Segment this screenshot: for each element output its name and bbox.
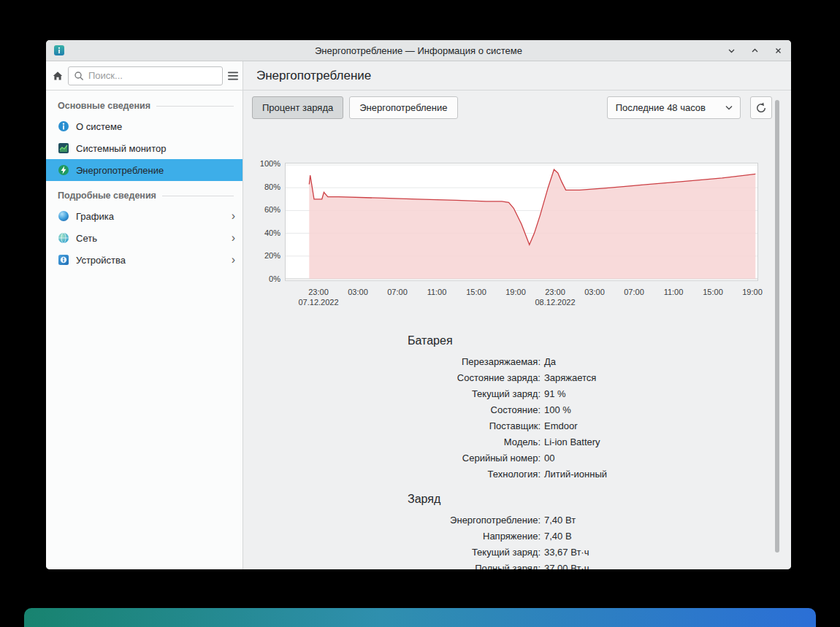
- section-title-basic: Основные сведения: [58, 101, 234, 111]
- content-pane: Энергопотребление Процент заряда Энергоп…: [243, 61, 791, 569]
- section-title-detailed: Подробные сведения: [58, 191, 234, 201]
- search-field[interactable]: [68, 66, 223, 85]
- y-tick-label: 80%: [264, 182, 280, 191]
- timespan-value: Последние 48 часов: [616, 102, 706, 113]
- x-tick-label: 15:00: [466, 287, 486, 297]
- sidebar-item-label: О системе: [76, 121, 122, 132]
- detail-row: Модель:Li-ion Battery: [408, 437, 791, 447]
- y-tick-label: 100%: [260, 159, 280, 168]
- detail-row: Серийный номер:00: [408, 453, 791, 463]
- close-icon[interactable]: [772, 45, 784, 56]
- content-body: Процент заряда Энергопотребление Последн…: [243, 91, 791, 569]
- x-tick-label: 23:0008.12.2022: [535, 287, 575, 308]
- sidebar-item-label: Энергопотребление: [76, 165, 164, 176]
- detail-row: Текущий заряд:33,67 Вт·ч: [408, 547, 791, 558]
- timespan-select[interactable]: Последние 48 часов: [607, 96, 741, 119]
- x-tick-label: 07:00: [387, 287, 408, 297]
- home-icon: [52, 70, 64, 82]
- y-tick-label: 20%: [264, 251, 280, 260]
- detail-row: Напряжение:7,40 В: [408, 531, 791, 542]
- detail-row: Состояние:100 %: [408, 405, 791, 415]
- y-tick-label: 0%: [269, 274, 280, 283]
- desktop-wallpaper-strip: [24, 608, 816, 627]
- system-monitor-icon: [58, 142, 69, 154]
- detail-row: Текущий заряд:91 %: [408, 389, 791, 399]
- sidebar-item-devices[interactable]: Устройства ›: [46, 249, 243, 271]
- energy-consumption-button[interactable]: Энергопотребление: [349, 96, 457, 119]
- detail-row: Состояние заряда:Заряжается: [408, 373, 791, 383]
- chevron-right-icon: ›: [232, 210, 235, 222]
- sidebar-item-label: Сеть: [76, 233, 97, 244]
- menu-button[interactable]: [227, 66, 239, 85]
- network-icon: [58, 232, 69, 244]
- detail-row: Полный заряд:37,00 Вт·ч: [408, 563, 791, 569]
- sidebar-item-label: Устройства: [76, 255, 126, 266]
- x-tick-label: 07:00: [624, 287, 644, 297]
- titlebar[interactable]: Энергопотребление — Информация о системе: [46, 40, 791, 61]
- vertical-scrollbar[interactable]: [775, 100, 779, 553]
- battery-section-title: Батарея: [408, 334, 791, 347]
- sidebar-item-label: Графика: [76, 211, 114, 222]
- charge-section-title: Заряд: [408, 493, 791, 506]
- refresh-button[interactable]: [750, 96, 772, 119]
- sidebar-item-system-monitor[interactable]: Системный монитор: [46, 137, 243, 159]
- window-title: Энергопотребление — Информация о системе: [46, 45, 791, 56]
- charge-percent-button[interactable]: Процент заряда: [252, 96, 343, 119]
- sidebar-item-energy[interactable]: Энергопотребление: [46, 159, 243, 181]
- sidebar-item-about-system[interactable]: О системе: [46, 115, 243, 137]
- sidebar-list: Основные сведения О системе Системный мо…: [46, 91, 243, 271]
- x-tick-label: 19:00: [505, 287, 526, 297]
- sidebar-item-label: Системный монитор: [76, 143, 166, 154]
- chart-toolbar: Процент заряда Энергопотребление Последн…: [252, 96, 772, 119]
- battery-details: Батарея Перезаряжаемая:Да Состояние заря…: [408, 334, 791, 569]
- hamburger-icon: [227, 71, 239, 81]
- devices-icon: [58, 254, 69, 266]
- x-tick-label: 11:00: [427, 287, 447, 297]
- chevron-down-icon: [725, 105, 733, 111]
- detail-row: Перезаряжаемая:Да: [408, 357, 791, 367]
- battery-section: Батарея Перезаряжаемая:Да Состояние заря…: [408, 334, 791, 480]
- home-button[interactable]: [52, 66, 64, 85]
- chart-x-axis-labels: 23:0007.12.202203:0007:0011:0015:0019:00…: [285, 287, 758, 309]
- refresh-icon: [755, 101, 768, 115]
- chevron-right-icon: ›: [232, 254, 235, 266]
- info-icon: [58, 120, 69, 132]
- detail-row: Энергопотребление:7,40 Вт: [408, 515, 791, 526]
- x-tick-label: 03:00: [584, 287, 605, 297]
- graphics-icon: [58, 210, 69, 222]
- x-tick-label: 03:00: [348, 287, 368, 297]
- app-icon: [53, 45, 65, 56]
- charge-section: Заряд Энергопотребление:7,40 Вт Напряжен…: [408, 493, 791, 569]
- sidebar-item-network[interactable]: Сеть ›: [46, 227, 243, 249]
- chart-y-axis-labels: 0%20%40%60%80%100%: [243, 163, 280, 281]
- y-tick-label: 60%: [264, 205, 280, 214]
- content-header: Энергопотребление: [243, 61, 791, 91]
- x-tick-label: 23:0007.12.2022: [298, 287, 338, 308]
- sidebar-header: [46, 61, 243, 91]
- detail-row: Технология:Литий-ионный: [408, 469, 791, 480]
- sidebar: Основные сведения О системе Системный мо…: [46, 61, 243, 569]
- battery-chart: 0%20%40%60%80%100% 23:0007.12.202203:000…: [243, 163, 791, 309]
- energy-icon: [58, 164, 69, 176]
- page-title: Энергопотребление: [256, 69, 371, 83]
- sidebar-item-graphics[interactable]: Графика ›: [46, 205, 243, 227]
- x-tick-label: 15:00: [703, 287, 723, 297]
- minimize-icon[interactable]: [725, 45, 737, 56]
- search-input[interactable]: [88, 70, 217, 81]
- x-tick-label: 19:00: [742, 287, 763, 297]
- chart-plot-area: [285, 163, 758, 281]
- maximize-icon[interactable]: [749, 45, 760, 56]
- charge-percent-chart: [286, 164, 757, 280]
- app-window: Энергопотребление — Информация о системе: [46, 40, 791, 569]
- y-tick-label: 40%: [264, 228, 280, 237]
- chevron-right-icon: ›: [232, 232, 235, 244]
- search-icon: [74, 71, 84, 81]
- detail-row: Поставщик:Emdoor: [408, 421, 791, 431]
- x-tick-label: 11:00: [664, 287, 684, 297]
